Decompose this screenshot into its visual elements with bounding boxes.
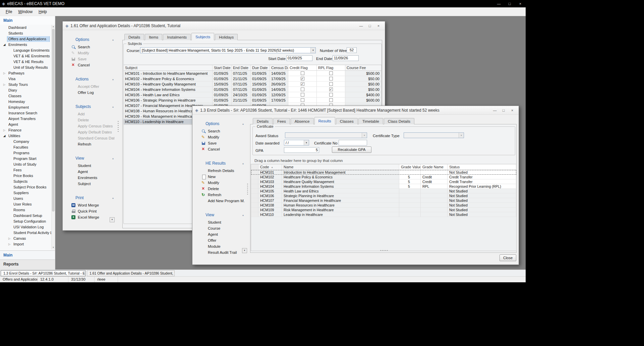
nav-item-accept-offer[interactable]: Accept Offer (67, 83, 114, 90)
sidebar-item-user-roles[interactable]: User Roles (0, 201, 51, 207)
dock-splitter[interactable] (247, 183, 248, 195)
dock-scroll-down-button[interactable]: ▼ (110, 217, 115, 222)
subject-row[interactable]: HCM106 - Strategic Planning in Healthcar… (124, 98, 382, 103)
number-of-weeks-field[interactable]: 52 (347, 47, 357, 53)
nav-item-student[interactable]: Student (67, 163, 114, 169)
start-date-field[interactable]: 01/09/25 (286, 55, 312, 61)
resize-grip[interactable] (380, 250, 389, 251)
collapse-chevron-icon[interactable]: ▴ (112, 78, 114, 81)
panel-header-subjects[interactable]: Subjects▴ (67, 104, 114, 110)
column-header-course-fee[interactable]: Course Fee (345, 65, 382, 70)
column-header-code[interactable]: Code▲ (258, 164, 282, 170)
sidebar-item-setup-configuration[interactable]: Setup Configuration (0, 219, 51, 224)
minimize-icon[interactable]: — (490, 106, 499, 114)
nav-item-new[interactable]: New (197, 174, 244, 180)
nav-item-modify[interactable]: Modify (197, 180, 244, 186)
dropdown-arrow-icon[interactable]: ▼ (304, 140, 309, 145)
tab-items[interactable]: Items (145, 34, 162, 40)
nav-item-excel-merge[interactable]: Excel Merge (67, 214, 114, 220)
column-header-subject[interactable]: Subject (124, 65, 213, 70)
sidebar-item-insurance-search[interactable]: Insurance Search (0, 110, 51, 116)
result-row[interactable]: HCM110Leadership in HealthcareNot Studie… (251, 212, 516, 217)
nav-item-standard-census-date[interactable]: Standard Census Date (67, 135, 114, 141)
nav-item-enrolments[interactable]: Enrolments (67, 175, 114, 181)
window-tab-enrol-details[interactable]: 1.3 Enrol Details - S#: AP10286 Student,… (1, 270, 85, 276)
nav-item-add[interactable]: Add (67, 111, 114, 117)
tab-class-details[interactable]: Class Details (384, 118, 414, 124)
enrol-window-titlebar[interactable]: ◈ 1.3 Enrol Details - S#: AP10286 Studen… (192, 106, 519, 115)
sidebar-item-dashboard-setup[interactable]: Dashboard Setup (0, 213, 51, 219)
nav-item-refresh[interactable]: Refresh (197, 192, 244, 198)
sidebar-section-main[interactable]: Main (0, 250, 55, 260)
nav-item-apply-census-dates[interactable]: Apply Census Dates (67, 123, 114, 129)
dock-scroll-down-button[interactable]: ▼ (242, 248, 247, 253)
close-button[interactable]: Close (500, 254, 516, 261)
sidebar-item-offers-and-applications[interactable]: Offers and Applications (0, 36, 51, 42)
sidebar-item-language-enrolments[interactable]: Language Enrolments (0, 48, 51, 53)
sidebar-item-visa[interactable]: Visa (0, 76, 51, 82)
tree-collapsed-icon[interactable]: ▷ (2, 70, 6, 76)
tab-timetable[interactable]: Timetable (358, 118, 383, 124)
subject-row[interactable]: HCM103 - Healthcare Quality Management15… (124, 81, 382, 87)
credit-flag-checkbox[interactable] (301, 93, 304, 97)
sidebar-item-usi-validation-log[interactable]: USI Validation Log (0, 224, 51, 230)
sidebar-item-vet-he-enrolments[interactable]: VET & HE Enrolments (0, 53, 51, 59)
result-row[interactable]: HCM107Financial Management in Healthcare… (251, 198, 516, 203)
sidebar-item-program-start[interactable]: Program Start (0, 156, 51, 162)
sidebar-item-units-of-study[interactable]: Units of Study (0, 162, 51, 167)
nav-item-refresh-details[interactable]: Refresh Details (197, 168, 244, 174)
sidebar-item-employment[interactable]: Employment (0, 105, 51, 110)
subject-row[interactable]: HCM101 - Introduction to Healthcare Mana… (124, 71, 382, 76)
rpl-flag-checkbox[interactable] (329, 98, 333, 102)
award-status-combobox[interactable]: ▼ (285, 132, 367, 138)
tab-holidays[interactable]: Holidays (215, 34, 238, 40)
sidebar-item-users[interactable]: Users (0, 196, 51, 201)
nav-item-offer-log[interactable]: Offer Log (67, 90, 114, 96)
column-header-grade-name[interactable]: Grade Name (421, 164, 448, 170)
credit-flag-checkbox[interactable]: ✓ (301, 82, 304, 86)
scroll-up-icon[interactable]: ▲ (52, 25, 55, 28)
sidebar-item-unit-of-study-results[interactable]: Unit of Study Results (0, 65, 51, 70)
column-header-due-date[interactable]: Due Date (251, 65, 270, 70)
tree-expanded-icon[interactable]: ◢ (2, 42, 6, 48)
nav-item-word-merge[interactable]: Word Merge (67, 202, 114, 208)
tree-expanded-icon[interactable]: ◢ (2, 133, 6, 139)
nav-item-apply-default-dates[interactable]: Apply Default Dates (67, 129, 114, 135)
collapse-chevron-icon[interactable]: ▴ (242, 122, 244, 125)
panel-header-print[interactable]: Print▴ (67, 195, 114, 201)
sidebar-item-pathways[interactable]: ▷Pathways (0, 70, 51, 76)
sidebar-item-subjects[interactable]: Subjects (0, 179, 51, 184)
nav-item-cancel[interactable]: Cancel (197, 146, 244, 152)
sidebar-item-faculties[interactable]: Faculties (0, 145, 51, 150)
credit-flag-checkbox[interactable] (301, 98, 304, 102)
nav-item-student[interactable]: Student (197, 219, 244, 225)
sidebar-item-classes[interactable]: Classes (0, 93, 51, 99)
sidebar-item-student-portal-activity-log[interactable]: Student Portal Activity Log (0, 230, 51, 236)
collapse-chevron-icon[interactable]: ▴ (112, 38, 114, 41)
sidebar-item-utilities[interactable]: ◢Utilities (0, 133, 51, 139)
nav-item-course[interactable]: Course (197, 225, 244, 231)
sidebar-item-programs[interactable]: Programs (0, 150, 51, 156)
sidebar-item-homestay[interactable]: Homestay (0, 99, 51, 105)
column-header-rpl-flag[interactable]: RPL Flag (317, 65, 345, 70)
column-header-name[interactable]: Name (282, 164, 399, 170)
close-icon[interactable]: × (515, 0, 526, 7)
collapse-chevron-icon[interactable]: ▴ (242, 162, 244, 165)
tab-classes[interactable]: Classes (336, 118, 358, 124)
tree-collapsed-icon[interactable]: ▷ (7, 241, 11, 247)
tree-collapsed-icon[interactable]: ▷ (2, 127, 6, 133)
sidebar-item-company[interactable]: Company (0, 139, 51, 145)
result-row[interactable]: HCM104Healthcare Information Systems5RPL… (251, 184, 516, 189)
nav-item-delete[interactable]: Delete (197, 186, 244, 192)
recalculate-gpa-button[interactable]: Recalculate GPA (332, 147, 371, 153)
sidebar-item-students[interactable]: Students (0, 31, 51, 36)
nav-item-agent[interactable]: Agent (67, 169, 114, 175)
sidebar-item-airport-transfers[interactable]: Airport Transfers (0, 116, 51, 122)
column-header-grade-value[interactable]: Grade Value (399, 164, 421, 170)
column-header-credit-flag[interactable]: Credit Flag (288, 65, 317, 70)
tab-fees[interactable]: Fees (273, 118, 290, 124)
sidebar-item-fees[interactable]: Fees (0, 167, 51, 173)
panel-header-view[interactable]: View▴ (67, 155, 114, 161)
nav-item-modify[interactable]: Modify (67, 50, 114, 56)
sidebar-section-reports[interactable]: Reports (0, 260, 55, 270)
